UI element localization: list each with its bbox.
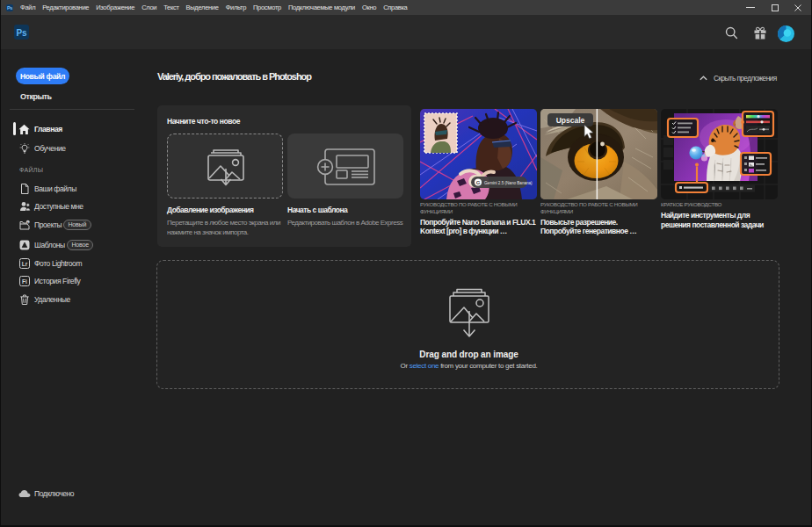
svg-text:Ps: Ps (16, 28, 27, 38)
svg-text:Lr: Lr (22, 261, 28, 267)
svg-text:+: + (27, 220, 29, 224)
svg-text:Gemini 2.5 (Nano Banana): Gemini 2.5 (Nano Banana) (484, 181, 533, 185)
svg-text:Upscale: Upscale (556, 116, 585, 125)
svg-text:Ps: Ps (7, 5, 12, 11)
svg-text:Fi: Fi (22, 278, 27, 285)
svg-text:G: G (476, 180, 481, 185)
